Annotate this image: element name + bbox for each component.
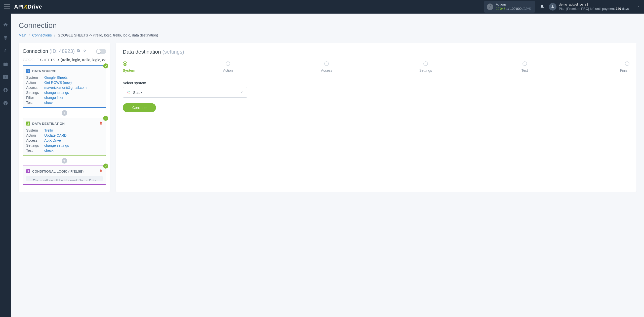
wizard-steps: System Action Access Settings Test Finis… [123, 61, 629, 72]
connection-panel: Connection (ID: 48923) GOOGLE SHEETS -> … [19, 43, 110, 192]
wizard-step-settings[interactable]: Settings [419, 61, 432, 72]
user-menu[interactable]: demo_apix-drive_s3 Plan |Premium PRO| le… [549, 3, 629, 11]
breadcrumb-current: GOOGLE SHEETS -> (trello, logic, trello,… [58, 33, 158, 37]
sidebar-account[interactable] [0, 86, 11, 94]
actions-total: 100'000 [510, 7, 521, 11]
actions-count: 22'046 [496, 7, 506, 11]
user-name: demo_apix-drive_s3 [559, 3, 629, 7]
bell-icon[interactable] [540, 4, 544, 10]
logo[interactable]: APIXDrive [14, 4, 42, 10]
breadcrumb-connections[interactable]: Connections [32, 33, 52, 37]
logo-x: X [24, 4, 27, 10]
settings-title: Data destination [123, 49, 163, 55]
select-system-dropdown[interactable]: Slack [123, 87, 247, 98]
connection-toggle[interactable] [96, 49, 106, 54]
wizard-step-test[interactable]: Test [519, 61, 531, 72]
connection-id: (ID: 48923) [50, 48, 75, 54]
check-icon [103, 63, 108, 68]
trash-icon[interactable] [99, 121, 103, 126]
block-number: 1 [26, 69, 30, 73]
sidebar-home[interactable] [0, 21, 11, 29]
logo-drive: Drive [27, 4, 42, 10]
check-icon [103, 164, 108, 169]
block-title: CONDITIONAL LOGIC (IF/ELSE) [32, 170, 84, 173]
chevron-down-icon [240, 90, 244, 95]
block-number: 3 [26, 169, 30, 173]
source-test[interactable]: check [44, 101, 103, 105]
breadcrumb: Main / Connections / GOOGLE SHEETS -> (t… [19, 33, 636, 37]
source-action[interactable]: Get ROWS (new) [44, 81, 103, 85]
sidebar-video[interactable] [0, 73, 11, 81]
sidebar [0, 14, 11, 317]
add-block-button[interactable]: + [62, 158, 67, 164]
info-icon: i [487, 4, 493, 10]
actions-label: Actions: [496, 3, 531, 7]
source-filter[interactable]: change filter [44, 96, 103, 100]
data-destination-block: 2 DATA DESTINATION SystemTrello ActionUp… [23, 118, 106, 156]
select-value: Slack [133, 90, 142, 95]
sidebar-briefcase[interactable] [0, 60, 11, 68]
dest-access[interactable]: ApiX Drive [44, 138, 103, 142]
connection-title: Connection [23, 48, 50, 54]
add-block-button[interactable]: + [62, 110, 67, 116]
sidebar-connections[interactable] [0, 34, 11, 42]
dest-system[interactable]: Trello [44, 128, 103, 132]
wizard-step-access[interactable]: Access [320, 61, 333, 72]
continue-button[interactable]: Continue [123, 103, 156, 112]
sidebar-billing[interactable] [0, 47, 11, 55]
sidebar-help[interactable] [0, 99, 11, 107]
source-system[interactable]: Google Sheets [44, 75, 103, 80]
wizard-step-action[interactable]: Action [222, 61, 234, 72]
breadcrumb-main[interactable]: Main [19, 33, 26, 37]
wizard-step-finish[interactable]: Finish [617, 61, 629, 72]
select-system-label: Select system [123, 81, 629, 85]
chevron-down-icon[interactable] [636, 5, 640, 9]
document-icon[interactable] [77, 49, 80, 54]
actions-of: of [505, 7, 510, 11]
actions-usage[interactable]: i Actions: 22'046 of 100'000 (22%) [484, 1, 535, 13]
settings-subtitle: (settings) [163, 49, 184, 55]
block-title: DATA DESTINATION [32, 122, 65, 126]
check-icon [103, 116, 108, 121]
dest-action[interactable]: Update CARD [44, 133, 103, 137]
user-avatar-icon [549, 3, 556, 11]
data-destination-settings: Data destination (settings) System Actio… [116, 43, 636, 192]
wizard-step-system[interactable]: System [123, 61, 135, 72]
dest-test[interactable]: check [44, 148, 103, 152]
trash-icon[interactable] [99, 169, 103, 174]
source-access[interactable]: maverickandrii@gmail.com [44, 86, 103, 90]
actions-pct: (22%) [521, 7, 531, 11]
source-settings[interactable]: change settings [44, 91, 103, 95]
data-source-block: 1 DATA SOURCE SystemGoogle Sheets Action… [23, 65, 106, 108]
logo-api: API [14, 4, 24, 10]
user-plan: Plan |Premium PRO| left until payment 24… [559, 7, 629, 11]
gear-icon[interactable] [83, 49, 86, 54]
block-title: DATA SOURCE [32, 69, 56, 73]
block-number: 2 [26, 122, 30, 126]
dest-settings[interactable]: change settings [44, 143, 103, 147]
page-title: Connection [19, 21, 636, 30]
condition-note: This condition will be triggered if in t… [26, 176, 103, 181]
slack-icon [127, 90, 131, 94]
conditional-logic-block: 3 CONDITIONAL LOGIC (IF/ELSE) This condi… [23, 166, 106, 185]
hamburger-menu[interactable] [4, 5, 10, 9]
connection-name: GOOGLE SHEETS -> (trello, logic, trello,… [23, 58, 106, 62]
